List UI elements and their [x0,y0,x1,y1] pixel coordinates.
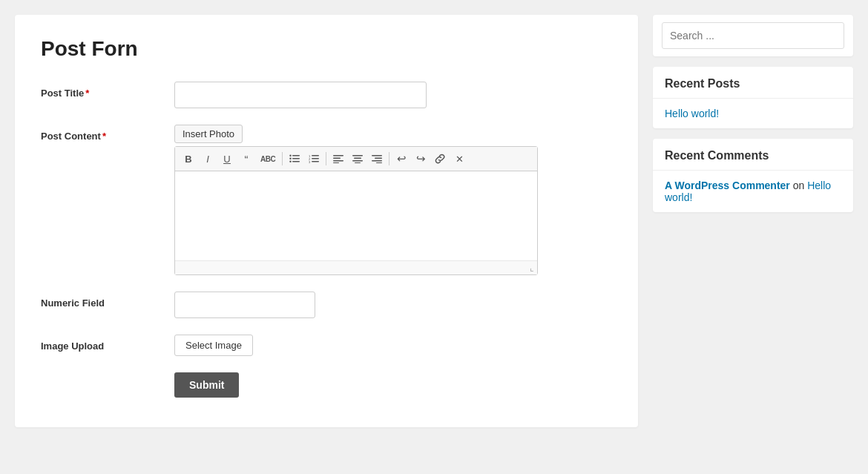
select-image-button[interactable]: Select Image [174,335,253,356]
recent-post-item: Hello world! [653,99,853,128]
svg-rect-20 [372,155,382,157]
svg-text:3: 3 [309,160,311,164]
undo-button[interactable]: ↩ [392,150,410,168]
toolbar-divider-3 [389,152,389,165]
svg-rect-23 [376,162,382,163]
abc-button[interactable]: ABC [257,150,279,168]
post-title-label: Post Title* [41,82,174,99]
search-input[interactable] [662,22,844,49]
recent-post-link[interactable]: Hello world! [665,108,719,119]
align-center-button[interactable] [349,150,366,168]
svg-rect-13 [333,158,341,159]
post-title-row: Post Title* [41,82,612,108]
italic-button[interactable]: I [199,150,217,168]
editor-toolbar: B I U “ ABC 123 [175,147,537,171]
search-widget [653,15,853,56]
link-button[interactable] [431,150,449,168]
post-title-input[interactable] [174,82,427,108]
svg-rect-0 [292,155,300,157]
editor-resize-handle: ⌞ [175,260,537,274]
submit-row: Submit [41,372,612,398]
post-content-row: Post Content* Insert Photo B I U “ ABC [41,125,612,275]
ordered-list-button[interactable]: 123 [305,150,323,168]
numeric-field-wrapper [174,292,612,318]
recent-comments-title: Recent Comments [653,139,853,171]
svg-rect-12 [333,155,343,157]
image-upload-label: Image Upload [41,335,174,352]
numeric-input[interactable] [174,292,315,318]
numeric-field-row: Numeric Field [41,292,612,318]
svg-rect-21 [375,158,382,159]
unordered-list-button[interactable] [286,150,303,168]
toolbar-divider-1 [282,152,283,165]
main-content: Post Forn Post Title* Post Content* Inse… [15,15,638,427]
search-input-wrap [653,15,853,56]
svg-rect-1 [292,158,300,159]
blockquote-button[interactable]: “ [237,150,255,168]
post-content-label: Post Content* [41,125,174,142]
svg-point-3 [289,155,291,157]
svg-rect-19 [355,162,361,163]
redo-button[interactable]: ↪ [412,150,430,168]
svg-rect-7 [312,158,319,159]
page-title: Post Forn [41,37,612,61]
recent-posts-widget: Recent Posts Hello world! [653,67,853,128]
underline-button[interactable]: U [218,150,236,168]
svg-rect-14 [333,160,343,162]
svg-rect-15 [333,162,339,163]
post-title-field [174,82,612,108]
sidebar: Recent Posts Hello world! Recent Comment… [653,15,853,427]
align-left-button[interactable] [329,150,347,168]
recent-comment-item: A WordPress Commenter on Hello world! [653,171,853,212]
svg-rect-6 [312,155,319,157]
post-content-field: Insert Photo B I U “ ABC 123 [174,125,612,275]
recent-comments-widget: Recent Comments A WordPress Commenter on… [653,139,853,212]
comment-on-text: on [793,180,807,191]
align-right-button[interactable] [368,150,386,168]
numeric-field-label: Numeric Field [41,292,174,309]
svg-rect-8 [312,161,319,162]
svg-point-5 [289,161,291,162]
editor-body[interactable] [175,171,537,260]
image-upload-row: Image Upload Select Image [41,335,612,356]
fullscreen-button[interactable]: ✕ [450,150,468,168]
svg-rect-17 [354,158,361,159]
image-upload-field: Select Image [174,335,612,356]
svg-point-4 [289,158,291,159]
svg-rect-18 [352,160,363,162]
svg-rect-16 [352,155,363,157]
comment-author-link[interactable]: A WordPress Commenter [665,180,790,191]
rich-text-editor: B I U “ ABC 123 [174,146,538,275]
comment-author: A WordPress Commenter [665,180,793,191]
bold-button[interactable]: B [180,150,197,168]
svg-rect-2 [292,161,300,162]
svg-rect-22 [372,160,382,162]
insert-photo-button[interactable]: Insert Photo [174,125,243,143]
submit-button[interactable]: Submit [174,372,239,398]
toolbar-divider-2 [326,152,326,165]
recent-posts-title: Recent Posts [653,67,853,99]
